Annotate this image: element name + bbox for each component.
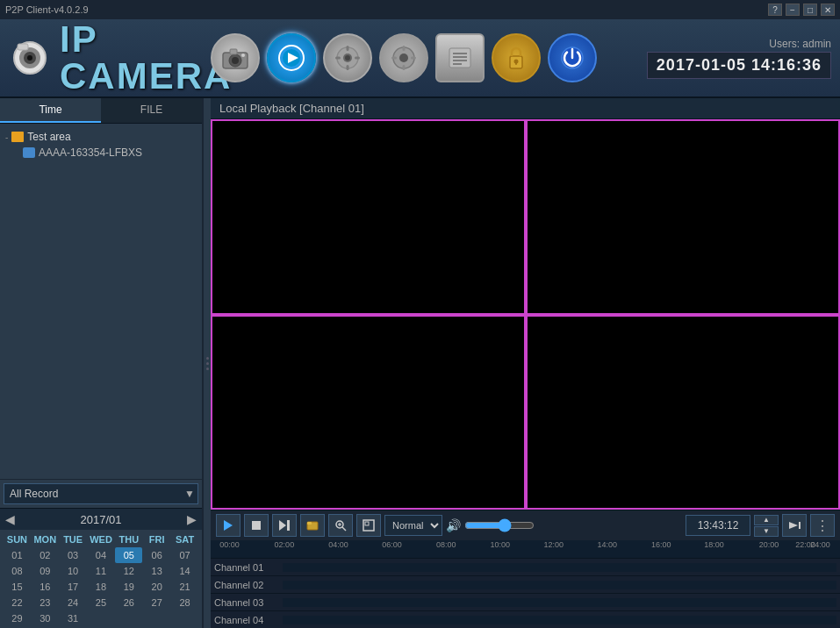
cal-day[interactable]: 25 xyxy=(88,595,115,610)
cal-day[interactable]: 12 xyxy=(115,563,142,579)
volume-slider[interactable] xyxy=(464,518,535,532)
playback-title: Local Playback [Channel 01] xyxy=(219,102,364,115)
cal-day[interactable]: 19 xyxy=(115,579,142,595)
cal-day[interactable]: 18 xyxy=(88,579,115,595)
header-right: Users: admin 2017-01-05 14:16:36 xyxy=(647,38,831,79)
tree-area: - Test area AAAA-163354-LFBXS xyxy=(0,124,202,479)
play-button[interactable] xyxy=(216,514,241,537)
fullscreen-button[interactable] xyxy=(356,514,381,537)
video-cell-3[interactable] xyxy=(211,315,526,510)
ruler-18: 18:00 xyxy=(704,540,724,549)
cal-day[interactable]: 29 xyxy=(4,610,31,626)
toolbar-power-button[interactable] xyxy=(548,33,597,82)
minimize-button[interactable]: − xyxy=(786,4,800,16)
cal-header-sun: SUN xyxy=(4,532,31,547)
cal-day[interactable]: 30 xyxy=(32,610,59,626)
toolbar-record-button[interactable] xyxy=(435,33,485,82)
maximize-button[interactable]: □ xyxy=(803,4,817,16)
cal-day[interactable]: 04 xyxy=(88,547,115,563)
tab-file[interactable]: FILE xyxy=(101,98,202,123)
tree-collapse-icon: - xyxy=(5,132,8,142)
cal-day[interactable]: 01 xyxy=(4,547,31,563)
cal-day[interactable]: 16 xyxy=(32,579,59,595)
cal-day[interactable]: 08 xyxy=(4,563,31,579)
zoom-button[interactable] xyxy=(328,514,353,537)
calendar-header-row: SUN MON TUE WED THU FRI SAT xyxy=(4,532,198,547)
calendar-next-button[interactable]: ▶ xyxy=(187,512,197,526)
timeline-channels: Channel 01 Channel 02 Channel 03 Channel… xyxy=(211,558,840,628)
video-cell-2[interactable] xyxy=(526,119,841,315)
title-bar: P2P Client-v4.0.2.9 ? − □ ✕ xyxy=(0,0,840,19)
svg-rect-23 xyxy=(403,65,406,70)
svg-rect-4 xyxy=(18,44,28,50)
title-bar-controls: ? − □ ✕ xyxy=(768,4,835,16)
cal-day[interactable]: 22 xyxy=(4,595,31,610)
calendar-week-4: 22 23 24 25 26 27 28 xyxy=(4,595,198,610)
right-content: Local Playback [Channel 01] xyxy=(211,98,840,628)
cal-day[interactable]: 14 xyxy=(171,563,198,579)
step-forward-button[interactable] xyxy=(272,514,297,537)
channel-1-bar[interactable] xyxy=(283,563,836,572)
cal-day[interactable]: 09 xyxy=(32,563,59,579)
svg-line-42 xyxy=(342,527,346,531)
open-folder-button[interactable] xyxy=(300,514,325,537)
cal-day[interactable]: 17 xyxy=(60,579,87,595)
resize-dots xyxy=(206,357,209,370)
cal-day[interactable]: 13 xyxy=(143,563,170,579)
speed-select[interactable]: Slow Normal Fast xyxy=(384,515,442,536)
tab-time[interactable]: Time xyxy=(0,98,101,123)
video-cell-1[interactable] xyxy=(211,119,526,315)
expand-button[interactable]: ⋮ xyxy=(810,514,835,537)
cal-day[interactable]: 26 xyxy=(115,595,142,610)
cal-day[interactable]: 10 xyxy=(60,563,87,579)
cal-day-empty xyxy=(115,610,142,626)
cal-header-mon: MON xyxy=(32,532,59,547)
toolbar-ptz-button[interactable] xyxy=(323,33,372,82)
svg-rect-15 xyxy=(347,46,349,51)
cal-day[interactable]: 24 xyxy=(60,595,87,610)
tree-root-item[interactable]: - Test area xyxy=(5,129,197,145)
svg-rect-18 xyxy=(355,57,360,60)
volume-icon: 🔊 xyxy=(446,518,461,532)
cal-day[interactable]: 07 xyxy=(171,547,198,563)
toolbar-playback-button[interactable] xyxy=(267,33,316,82)
record-type-select[interactable]: All Record Motion Alarm Manual xyxy=(4,483,198,504)
svg-point-21 xyxy=(399,54,408,62)
time-down-button[interactable]: ▼ xyxy=(754,526,779,537)
cal-day-today[interactable]: 05 xyxy=(115,547,142,563)
time-up-button[interactable]: ▲ xyxy=(754,515,779,525)
stop-button[interactable] xyxy=(244,514,269,537)
cal-day[interactable]: 11 xyxy=(88,563,115,579)
svg-rect-38 xyxy=(287,520,290,531)
cal-day[interactable]: 20 xyxy=(143,579,170,595)
cal-day[interactable]: 15 xyxy=(4,579,31,595)
cal-day[interactable]: 06 xyxy=(143,547,170,563)
toolbar-camera-button[interactable] xyxy=(211,33,260,82)
cal-day[interactable]: 23 xyxy=(32,595,59,610)
channel-3-bar[interactable] xyxy=(283,598,836,607)
calendar-prev-button[interactable]: ◀ xyxy=(5,512,15,526)
channel-2-bar[interactable] xyxy=(283,581,836,589)
cal-day[interactable]: 28 xyxy=(171,595,198,610)
calendar-week-5: 29 30 31 xyxy=(4,610,198,626)
video-grid xyxy=(211,119,840,510)
timeline-ruler: 00:00 02:00 04:00 06:00 08:00 10:00 12:0… xyxy=(211,540,840,558)
cal-day[interactable]: 03 xyxy=(60,547,87,563)
cal-day[interactable]: 02 xyxy=(32,547,59,563)
channel-4-bar[interactable] xyxy=(283,616,836,624)
cal-day[interactable]: 31 xyxy=(60,610,87,626)
go-to-time-button[interactable] xyxy=(782,514,807,537)
tree-child-item[interactable]: AAAA-163354-LFBXS xyxy=(23,145,197,161)
cal-day[interactable]: 27 xyxy=(143,595,170,610)
ruler-12: 12:00 xyxy=(543,540,564,549)
toolbar-lock-button[interactable] xyxy=(492,33,541,82)
cal-day[interactable]: 21 xyxy=(171,579,198,595)
close-button[interactable]: ✕ xyxy=(821,4,835,16)
time-input[interactable]: 13:43:12 xyxy=(686,515,750,536)
video-cell-4[interactable] xyxy=(526,315,841,510)
resize-handle[interactable] xyxy=(204,98,211,628)
tabs: Time FILE xyxy=(0,98,202,124)
ruler-14: 14:00 xyxy=(597,540,617,549)
help-button[interactable]: ? xyxy=(768,4,782,16)
toolbar-settings-button[interactable] xyxy=(379,33,428,82)
